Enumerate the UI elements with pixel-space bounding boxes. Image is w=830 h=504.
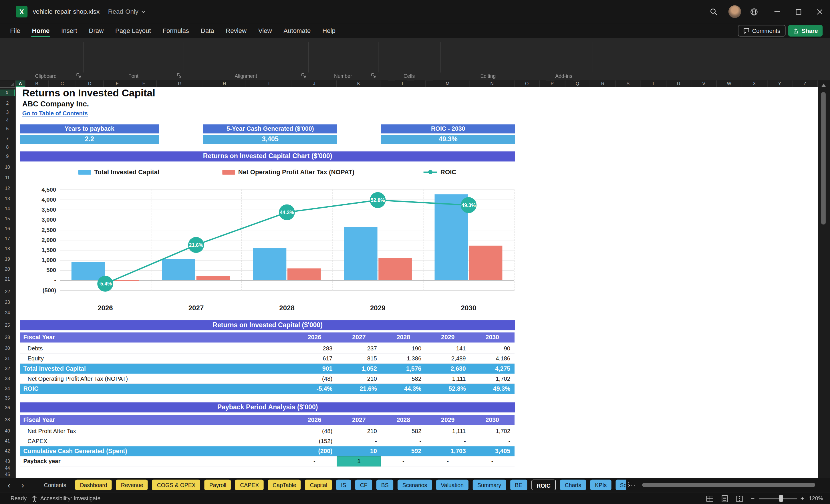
row-header-7[interactable]: 7	[0, 135, 15, 142]
column-header-m[interactable]: M	[425, 81, 470, 87]
sheet-tab-captable[interactable]: CapTable	[268, 480, 301, 490]
row-header-11[interactable]: 11	[0, 175, 15, 181]
row-header-16[interactable]: 16	[0, 225, 15, 232]
normal-view-icon[interactable]	[706, 495, 713, 502]
cell-value[interactable]: 1,576	[381, 364, 425, 374]
roic-chart[interactable]: 4,5004,0003,5003,0002,5002,0001,5001,000…	[20, 161, 515, 317]
fiscal-year-row-roic[interactable]: Fiscal Year20262027202820292030	[20, 333, 514, 342]
row-header-44[interactable]: 44	[0, 465, 15, 471]
zoom-level[interactable]: 120%	[809, 492, 823, 504]
menu-review[interactable]: Review	[220, 23, 253, 38]
table-row-debts[interactable]: Debts28323719014190	[20, 344, 514, 353]
row-header-20[interactable]: 20	[0, 266, 15, 272]
cell-value[interactable]: 1,703	[425, 446, 470, 456]
sheet-tab-scenarios[interactable]: Scenarios	[397, 480, 432, 490]
kpi-header-years-to-payback[interactable]: Years to payback	[20, 124, 159, 133]
column-header-d[interactable]: D	[76, 81, 104, 87]
cell-value[interactable]: (152)	[292, 436, 337, 446]
menu-automate[interactable]: Automate	[278, 23, 317, 38]
cell-value[interactable]: -	[425, 436, 470, 446]
column-header-n[interactable]: N	[470, 81, 514, 87]
row-header-45[interactable]: 45	[0, 471, 15, 477]
share-button[interactable]: Share	[789, 25, 823, 37]
vertical-scroll-thumb[interactable]	[821, 92, 826, 224]
sheet-tab-is[interactable]: IS	[337, 480, 351, 490]
sheet-tab-revenue[interactable]: Revenue	[116, 480, 148, 490]
table-row-net-operating-profit-after-tax-nopat[interactable]: Net Operating Profit After Tax (NOPAT)(4…	[20, 374, 514, 384]
sheet-tab-capex[interactable]: CAPEX	[235, 480, 264, 490]
column-header-c[interactable]: C	[49, 81, 76, 87]
sheet-tab-contents[interactable]: Contents	[39, 480, 71, 490]
cell-value[interactable]: 210	[337, 426, 381, 436]
column-header-h[interactable]: H	[203, 81, 246, 87]
row-header-32[interactable]: 32	[0, 365, 15, 372]
sheet-tab-roic[interactable]: ROIC	[532, 480, 556, 490]
table-of-contents-link[interactable]: Go to Table of Contents	[22, 109, 88, 117]
column-header-j[interactable]: J	[292, 81, 337, 87]
cell-value[interactable]: 1,702	[470, 374, 514, 384]
column-header-w[interactable]: W	[717, 81, 742, 87]
row-header-8[interactable]: 8	[0, 144, 15, 150]
row-header-1[interactable]: 1	[0, 90, 15, 96]
column-header-f[interactable]: F	[131, 81, 157, 87]
cell-value[interactable]: 1,111	[425, 374, 470, 384]
cell-value[interactable]: 1,052	[337, 364, 381, 374]
cell-value[interactable]: -	[337, 436, 381, 446]
cell-value[interactable]: 52.8%	[425, 384, 470, 394]
cell-value[interactable]: 592	[381, 446, 425, 456]
row-header-10[interactable]: 10	[0, 164, 15, 170]
menu-file[interactable]: File	[4, 23, 26, 38]
row-header-30[interactable]: 30	[0, 345, 15, 351]
cell-value[interactable]: 1,702	[470, 426, 514, 436]
row-header-4[interactable]: 4	[0, 117, 15, 123]
column-header-e[interactable]: E	[104, 81, 131, 87]
row-header-40[interactable]: 40	[0, 428, 15, 434]
column-header-v[interactable]: V	[692, 81, 717, 87]
column-header-p[interactable]: P	[540, 81, 565, 87]
sheet-canvas[interactable]: Returns on Invested CapitalABC Company I…	[16, 87, 818, 478]
cell-value[interactable]: 3,405	[470, 446, 514, 456]
table-row-roic[interactable]: ROIC-5.4%21.6%44.3%52.8%49.3%	[20, 384, 514, 394]
close-button[interactable]	[809, 0, 830, 23]
cell-value[interactable]: 1	[337, 456, 381, 466]
row-header-21[interactable]: 21	[0, 276, 15, 282]
row-header-14[interactable]: 14	[0, 206, 15, 212]
cell-value[interactable]: 901	[292, 364, 337, 374]
tab-splitter-grip[interactable]: ⋮	[625, 481, 632, 488]
cell-value[interactable]: -	[470, 456, 514, 466]
cell-value[interactable]: -	[292, 456, 337, 466]
table-row-capex[interactable]: CAPEX(152)----	[20, 436, 514, 446]
menu-draw[interactable]: Draw	[83, 23, 109, 38]
cell-value[interactable]: -5.4%	[292, 384, 337, 394]
accessibility-status[interactable]: Accessibility: Investigate	[40, 492, 101, 504]
row-header-38[interactable]: 38	[0, 417, 15, 423]
row-header-23[interactable]: 23	[0, 299, 15, 306]
select-all-corner[interactable]	[0, 81, 16, 87]
table-row-net-profit-after-tax[interactable]: Net Profit After Tax(48)2105821,1111,702	[20, 426, 514, 436]
cell-value[interactable]: 190	[381, 344, 425, 353]
prev-sheet-button[interactable]: ‹	[4, 480, 14, 490]
cell-value[interactable]: 10	[337, 446, 381, 456]
column-headers[interactable]: ABCDEFGHIJKLMNOPQRSTUVWXYZ	[16, 81, 818, 87]
cell-value[interactable]: 141	[425, 344, 470, 353]
cell-value[interactable]: 1,111	[425, 426, 470, 436]
row-header-9[interactable]: 9	[0, 153, 15, 159]
row-header-22[interactable]: 22	[0, 289, 15, 295]
column-header-r[interactable]: R	[590, 81, 615, 87]
kpi-value-roic-2030[interactable]: 49.3%	[381, 135, 515, 144]
row-header-43[interactable]: 43	[0, 458, 15, 464]
zoom-out-button[interactable]: −	[751, 492, 755, 504]
cell-value[interactable]: (48)	[292, 374, 337, 384]
sheet-tab-summary[interactable]: Summary	[473, 480, 506, 490]
kpi-header-5-year-cash-generated-000[interactable]: 5-Year Cash Generated ($'000)	[203, 124, 337, 133]
fiscal-year-row-payback[interactable]: Fiscal Year20262027202820292030	[20, 415, 514, 425]
column-header-t[interactable]: T	[641, 81, 666, 87]
row-header-28[interactable]: 28	[0, 334, 15, 340]
avatar[interactable]	[729, 5, 741, 18]
column-header-x[interactable]: X	[742, 81, 767, 87]
column-header-q[interactable]: Q	[565, 81, 590, 87]
row-header-12[interactable]: 12	[0, 185, 15, 192]
alignment-dialog-launcher-icon[interactable]	[301, 73, 306, 78]
cell-value[interactable]: 237	[337, 344, 381, 353]
table-row-equity[interactable]: Equity6178151,3862,4894,186	[20, 353, 514, 364]
